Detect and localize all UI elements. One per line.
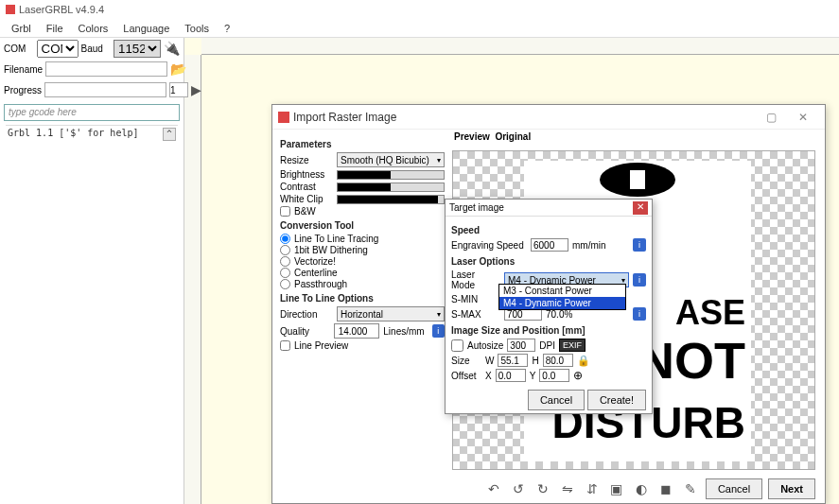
menu-help[interactable]: ? (217, 21, 237, 36)
autosize-label: Autosize (467, 340, 503, 351)
parameters-heading: Parameters (280, 139, 445, 149)
progress-input (44, 82, 166, 97)
connect-icon[interactable]: 🔌 (164, 39, 180, 58)
bw-label: B&W (294, 206, 316, 217)
engspeed-input[interactable] (531, 238, 568, 252)
mode-option-m4[interactable]: M4 - Dynamic Power (499, 297, 625, 309)
filename-label: Filename (4, 64, 43, 75)
center-icon[interactable] (573, 369, 583, 382)
quality-label: Quality (280, 326, 330, 337)
target-dialog-title: Target image (449, 202, 504, 213)
dpi-input[interactable] (507, 339, 535, 352)
preview-heading: Preview Original (454, 131, 531, 142)
mode-dropdown-list: M3 - Constant Power M4 - Dynamic Power (498, 284, 626, 310)
flip-h-icon[interactable]: ⇋ (558, 479, 577, 498)
smin-label: S-MIN (451, 294, 500, 304)
dpi-label: DPI (539, 340, 555, 351)
invert-icon[interactable]: ◐ (632, 479, 651, 498)
whiteclip-label: White Clip (280, 194, 333, 204)
console-output: ^ Grbl 1.1 ['$' for help] (6, 125, 178, 140)
menu-grbl[interactable]: Grbl (4, 21, 39, 36)
conversion-heading: Conversion Tool (280, 220, 445, 231)
mode-label: Laser Mode (451, 269, 500, 290)
play-icon[interactable]: ▶ (191, 80, 201, 99)
import-dialog-title: Import Raster Image (293, 111, 396, 124)
size-w-input[interactable] (498, 354, 528, 367)
offset-y-input[interactable] (539, 369, 569, 382)
speed-info-icon[interactable]: i (633, 238, 646, 252)
progress-label: Progress (4, 85, 42, 96)
direction-label: Direction (280, 309, 333, 320)
menu-colors[interactable]: Colors (71, 21, 116, 36)
com-label: COM (4, 43, 34, 54)
fill-icon[interactable]: ◼ (656, 479, 675, 498)
conv-dither-radio[interactable] (280, 245, 290, 255)
menu-tools[interactable]: Tools (177, 21, 217, 36)
l2l-heading: Line To Line Options (280, 293, 445, 304)
filename-input[interactable] (45, 61, 167, 77)
contrast-label: Contrast (280, 182, 333, 192)
speed-heading: Speed (451, 225, 646, 235)
svg-rect-1 (630, 170, 645, 189)
gcode-input[interactable]: type gcode here (4, 104, 180, 121)
offset-x-input[interactable] (496, 369, 526, 382)
exif-button[interactable]: EXIF (559, 339, 586, 352)
laser-heading: Laser Options (451, 256, 646, 267)
undo-icon[interactable]: ↶ (484, 479, 503, 498)
ruler-vertical (184, 55, 201, 504)
quality-unit: Lines/mm (383, 326, 424, 337)
rotate-right-icon[interactable]: ↻ (533, 479, 552, 498)
conv-center-radio[interactable] (280, 268, 290, 278)
mode-option-m3[interactable]: M3 - Constant Power (499, 285, 625, 297)
direction-select[interactable]: Horizontal (337, 306, 445, 322)
edit-icon[interactable]: ✎ (681, 479, 700, 498)
resize-label: Resize (280, 155, 333, 165)
left-panel: COM COM4 Baud 115200 🔌 Filename 📂 Progre… (0, 38, 184, 504)
lock-icon[interactable] (577, 355, 590, 367)
close-button[interactable]: ✕ (787, 108, 819, 127)
engspeed-unit: mm/min (572, 240, 606, 251)
import-cancel-button[interactable]: Cancel (706, 478, 762, 499)
maximize-button[interactable]: ▢ (755, 108, 787, 127)
whiteclip-slider[interactable] (337, 195, 445, 204)
bw-checkbox[interactable] (280, 206, 290, 217)
quality-input[interactable] (334, 323, 379, 339)
conv-vector-radio[interactable] (280, 256, 290, 267)
target-create-button[interactable]: Create! (587, 390, 646, 410)
menu-file[interactable]: File (39, 21, 71, 36)
brightness-label: Brightness (280, 169, 333, 180)
com-select[interactable]: COM4 (37, 40, 79, 58)
resize-select[interactable]: Smooth (HQ Bicubic) (337, 152, 445, 167)
open-file-icon[interactable]: 📂 (170, 60, 186, 78)
linepreview-checkbox[interactable] (280, 340, 290, 351)
flip-v-icon[interactable]: ⇵ (583, 479, 602, 498)
smax-info-icon[interactable]: i (633, 307, 646, 321)
imgsize-heading: Image Size and Position [mm] (451, 325, 646, 336)
smax-label: S-MAX (451, 309, 500, 320)
conv-line-radio[interactable] (280, 234, 290, 244)
baud-select[interactable]: 115200 (114, 40, 161, 58)
app-titlebar: LaserGRBL v4.9.4 (0, 0, 839, 19)
import-next-button[interactable]: Next (768, 478, 815, 499)
info-icon[interactable]: i (432, 324, 445, 338)
app-logo-icon (6, 5, 15, 14)
mode-info-icon[interactable]: i (633, 273, 646, 287)
baud-label: Baud (81, 43, 112, 54)
dialog-logo-icon (278, 112, 289, 123)
size-label: Size (451, 356, 481, 366)
target-close-button[interactable]: ✕ (633, 201, 648, 215)
menu-language[interactable]: Language (115, 21, 177, 36)
copies-input[interactable] (169, 82, 188, 97)
target-cancel-button[interactable]: Cancel (528, 390, 585, 410)
scroll-up-icon[interactable]: ^ (163, 128, 176, 141)
rotate-left-icon[interactable]: ↺ (509, 479, 528, 498)
menubar: Grbl File Colors Language Tools ? (0, 19, 839, 38)
contrast-slider[interactable] (337, 182, 445, 192)
conv-pass-radio[interactable] (280, 279, 290, 289)
brightness-slider[interactable] (337, 170, 445, 180)
crop-icon[interactable]: ▣ (607, 479, 626, 498)
engspeed-label: Engraving Speed (451, 240, 527, 251)
size-h-input[interactable] (543, 354, 573, 367)
smax-pct: 70.0% (546, 309, 572, 320)
autosize-checkbox[interactable] (451, 339, 463, 352)
